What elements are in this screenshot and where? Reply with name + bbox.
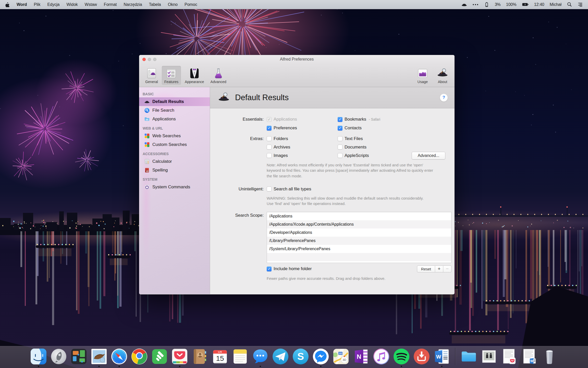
dock-itunes-icon[interactable] [373,348,390,365]
notification-center-icon[interactable] [578,2,583,7]
dock-photo-file-icon[interactable] [481,348,497,365]
reset-button[interactable]: Reset [417,266,435,272]
battery-icon[interactable] [522,2,529,7]
battery-percent[interactable]: 100% [506,2,517,7]
window-titlebar[interactable]: Alfred Preferences [139,55,455,64]
sidebar-item-file-search[interactable]: File Search [139,106,210,115]
menu-edycja[interactable]: Edycja [47,2,59,7]
dock-word-document-icon[interactable]: W [521,348,538,365]
toolbar-tab-label: Usage [418,80,428,84]
menu-okno[interactable]: Okno [168,2,178,7]
dock-trash-icon[interactable] [541,348,558,365]
sidebar-item-spelling[interactable]: AaSpelling [139,166,210,175]
sidebar-item-web-searches[interactable]: Web Searches [139,132,210,140]
essential-bookmarks-checkbox[interactable]: ✓ [338,117,342,122]
toolbar-tab-about[interactable]: About [434,66,451,85]
dock: LIS15S2803DNWW [0,346,588,368]
dock-word-icon[interactable]: W [433,348,450,365]
apple-menu[interactable] [5,2,10,7]
toolbar-tab-advanced[interactable]: Advanced [208,66,229,85]
advanced-button[interactable]: Advanced... [412,152,445,159]
toolbar-tab-appearance[interactable]: Appearance [182,66,207,85]
extra-documents-checkbox[interactable] [338,145,342,150]
sidebar-item-calculator[interactable]: Calculator [139,157,210,166]
dock-messenger-icon[interactable] [312,348,329,365]
minimize-button[interactable] [148,58,151,61]
essentials-label: Essentials: [210,115,264,132]
dock-mail-icon[interactable] [91,348,107,365]
toolbar-tab-features[interactable]: Features [162,66,181,85]
search-all-file-types-checkbox[interactable] [267,187,272,191]
menu-plik[interactable]: Plik [34,2,41,7]
essential-applications-label: Applications [274,117,297,122]
menu-widok[interactable]: Widok [66,2,78,7]
close-button[interactable] [142,58,146,61]
extra-folders-checkbox[interactable] [267,136,272,141]
extra-images-checkbox[interactable] [267,153,272,158]
sidebar-item-default-results[interactable]: Default Results [139,97,210,106]
add-path-button[interactable]: + [435,266,443,272]
search-scope-path[interactable]: /Applications [267,212,451,220]
dock-finder-icon[interactable] [30,348,47,365]
dock-spotify-icon[interactable] [393,348,410,365]
dock-onenote-icon[interactable]: N [353,348,370,365]
dock-downie-icon[interactable] [413,348,430,365]
zoom-button[interactable] [153,58,156,61]
user-name[interactable]: Michał [550,2,561,7]
search-scope-path[interactable]: /System/Library/PreferencePanes [267,245,451,253]
dock-maps-icon[interactable]: 2803D [333,348,349,365]
menu-bar: WordPlikEdycjaWidokWstawFormatNarzędziaT… [0,0,588,9]
dock-skype-icon[interactable]: S [292,348,309,365]
menu-format[interactable]: Format [104,2,117,7]
extra-applescripts-checkbox[interactable] [338,153,342,158]
svg-text:N: N [357,353,361,360]
ellipsis-icon[interactable] [472,4,479,6]
include-home-folder-checkbox[interactable]: ✓ [267,267,272,271]
search-all-file-types-label: Search all file types [274,187,311,192]
alfred-menubar-icon[interactable] [461,2,467,7]
extra-archives-checkbox[interactable] [267,145,272,150]
search-scope-path[interactable]: /Applications/Xcode.app/Contents/Applica… [267,220,451,228]
app-folder-icon [144,116,150,122]
spotlight-search-icon[interactable] [567,2,572,7]
menu-narzędzia[interactable]: Narzędzia [124,2,142,7]
search-scope-list[interactable]: /Applications/Applications/Xcode.app/Con… [267,212,451,263]
vertical-battery-icon[interactable] [484,2,489,8]
dock-pocket-document-icon[interactable] [501,348,518,365]
menu-wstaw[interactable]: Wstaw [85,2,97,7]
dock-feedly-icon[interactable] [151,348,168,365]
secondary-battery-percent[interactable]: 3% [495,2,501,7]
search-scope-path[interactable]: /Library/PreferencePanes [267,237,451,245]
search-scope-empty-row [267,261,451,263]
menu-word[interactable]: Word [17,2,27,7]
toolbar-tab-general[interactable]: General [143,66,161,85]
essential-preferences-checkbox[interactable]: ✓ [267,126,272,131]
sidebar-item-system-commands[interactable]: System Commands [139,183,210,191]
help-button[interactable]: ? [440,94,448,102]
menu-tabela[interactable]: Tabela [149,2,161,7]
extra-text-files-checkbox[interactable] [338,136,342,141]
dock-pocket-icon[interactable] [171,348,188,365]
dock-contacts-icon[interactable] [191,348,208,365]
toolbar-tab-usage[interactable]: Usage [414,66,431,85]
dock-safari-icon[interactable] [111,348,128,365]
dock-launchpad-icon[interactable] [50,348,67,365]
menubar-clock[interactable]: 12:40 [534,2,544,7]
search-scope-path[interactable]: /Developer/Applications [267,228,451,237]
dock-chrome-icon[interactable] [131,348,148,365]
svg-text:W: W [530,359,533,363]
dock-mission-control-icon[interactable] [70,348,87,365]
essential-contacts-checkbox[interactable]: ✓ [338,126,342,131]
dock-messages-icon[interactable] [252,348,269,365]
sidebar-item-applications[interactable]: Applications [139,115,210,123]
extra-applescripts: AppleScripts [338,151,369,160]
menu-pomoc[interactable]: Pomoc [185,2,197,7]
dock-telegram-icon[interactable] [272,348,289,365]
scope-actions-row: ✓Include home folder Reset + − [267,264,451,273]
dock-notes-icon[interactable] [232,348,249,365]
toolbar-tab-label: Advanced [211,80,226,84]
sidebar-item-custom-searches[interactable]: Custom Searches [139,140,210,149]
dock-downloads-folder-icon[interactable] [460,348,477,365]
essential-applications-checkbox: ✓ [267,117,272,122]
dock-calendar-icon[interactable]: LIS15 [212,348,228,365]
